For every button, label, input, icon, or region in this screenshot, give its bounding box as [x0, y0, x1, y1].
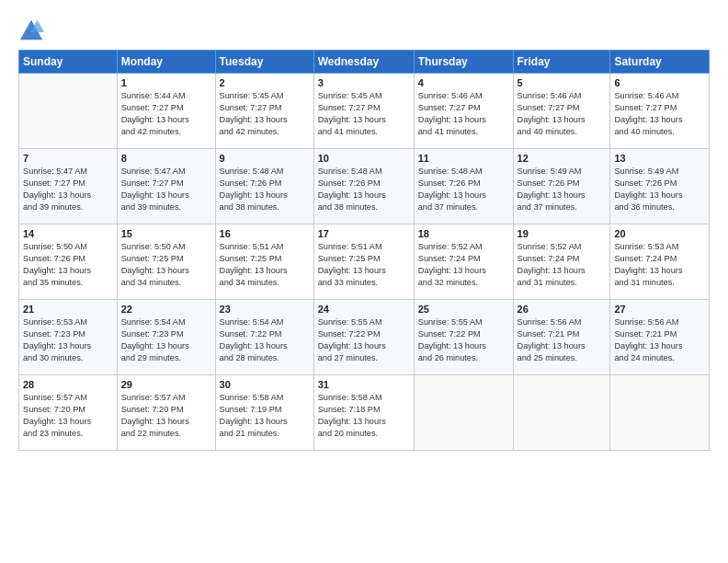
calendar-cell [19, 74, 118, 149]
day-info: Sunrise: 5:55 AM Sunset: 7:22 PM Dayligh… [318, 316, 410, 364]
day-info: Sunrise: 5:46 AM Sunset: 7:27 PM Dayligh… [614, 90, 705, 138]
day-number: 11 [418, 153, 509, 164]
day-info: Sunrise: 5:56 AM Sunset: 7:21 PM Dayligh… [518, 316, 607, 364]
day-number: 4 [418, 77, 509, 88]
day-number: 29 [121, 379, 211, 390]
day-info: Sunrise: 5:48 AM Sunset: 7:26 PM Dayligh… [418, 166, 509, 213]
calendar-cell: 26Sunrise: 5:56 AM Sunset: 7:21 PM Dayli… [513, 300, 610, 375]
day-number: 30 [220, 379, 310, 390]
day-number: 10 [318, 153, 410, 164]
day-number: 1 [121, 77, 211, 88]
weekday-header-thursday: Thursday [414, 51, 513, 74]
header-row [18, 15, 710, 44]
day-info: Sunrise: 5:47 AM Sunset: 7:27 PM Dayligh… [121, 166, 211, 213]
day-number: 28 [23, 379, 113, 390]
day-number: 2 [220, 77, 310, 88]
calendar-cell: 3Sunrise: 5:45 AM Sunset: 7:27 PM Daylig… [313, 74, 414, 149]
day-number: 9 [220, 153, 310, 164]
calendar-cell: 19Sunrise: 5:52 AM Sunset: 7:24 PM Dayli… [513, 224, 610, 300]
calendar-cell: 24Sunrise: 5:55 AM Sunset: 7:22 PM Dayli… [313, 300, 414, 375]
calendar-cell: 11Sunrise: 5:48 AM Sunset: 7:26 PM Dayli… [414, 149, 513, 224]
day-info: Sunrise: 5:50 AM Sunset: 7:26 PM Dayligh… [23, 241, 113, 289]
day-info: Sunrise: 5:47 AM Sunset: 7:27 PM Dayligh… [23, 166, 113, 213]
day-number: 16 [220, 228, 310, 239]
day-info: Sunrise: 5:46 AM Sunset: 7:27 PM Dayligh… [518, 90, 607, 138]
day-number: 3 [318, 77, 410, 88]
weekday-header-friday: Friday [513, 51, 610, 74]
calendar-cell: 14Sunrise: 5:50 AM Sunset: 7:26 PM Dayli… [19, 224, 118, 300]
calendar-cell [610, 375, 710, 451]
calendar-cell: 18Sunrise: 5:52 AM Sunset: 7:24 PM Dayli… [414, 224, 513, 300]
calendar-cell: 9Sunrise: 5:48 AM Sunset: 7:26 PM Daylig… [215, 149, 313, 224]
day-info: Sunrise: 5:48 AM Sunset: 7:26 PM Dayligh… [318, 166, 410, 213]
day-info: Sunrise: 5:56 AM Sunset: 7:21 PM Dayligh… [614, 316, 705, 364]
day-info: Sunrise: 5:53 AM Sunset: 7:24 PM Dayligh… [614, 241, 705, 289]
day-info: Sunrise: 5:45 AM Sunset: 7:27 PM Dayligh… [220, 90, 310, 138]
week-row-3: 14Sunrise: 5:50 AM Sunset: 7:26 PM Dayli… [19, 224, 710, 300]
calendar-cell: 29Sunrise: 5:57 AM Sunset: 7:20 PM Dayli… [117, 375, 215, 451]
day-info: Sunrise: 5:54 AM Sunset: 7:22 PM Dayligh… [220, 316, 310, 364]
calendar-cell: 6Sunrise: 5:46 AM Sunset: 7:27 PM Daylig… [610, 74, 710, 149]
day-info: Sunrise: 5:51 AM Sunset: 7:25 PM Dayligh… [220, 241, 310, 289]
calendar-cell: 20Sunrise: 5:53 AM Sunset: 7:24 PM Dayli… [610, 224, 710, 300]
day-number: 25 [418, 304, 509, 315]
calendar-cell: 12Sunrise: 5:49 AM Sunset: 7:26 PM Dayli… [513, 149, 610, 224]
calendar-cell: 13Sunrise: 5:49 AM Sunset: 7:26 PM Dayli… [610, 149, 710, 224]
calendar-cell: 2Sunrise: 5:45 AM Sunset: 7:27 PM Daylig… [215, 74, 313, 149]
calendar-container: SundayMondayTuesdayWednesdayThursdayFrid… [0, 0, 728, 460]
day-info: Sunrise: 5:49 AM Sunset: 7:26 PM Dayligh… [614, 166, 705, 213]
calendar-cell: 27Sunrise: 5:56 AM Sunset: 7:21 PM Dayli… [610, 300, 710, 375]
calendar-cell [414, 375, 513, 451]
day-info: Sunrise: 5:50 AM Sunset: 7:25 PM Dayligh… [121, 241, 211, 289]
day-info: Sunrise: 5:44 AM Sunset: 7:27 PM Dayligh… [121, 90, 211, 138]
weekday-header-row: SundayMondayTuesdayWednesdayThursdayFrid… [19, 51, 710, 74]
weekday-header-tuesday: Tuesday [215, 51, 313, 74]
day-number: 21 [23, 304, 113, 315]
weekday-header-monday: Monday [117, 51, 215, 74]
calendar-cell: 31Sunrise: 5:58 AM Sunset: 7:18 PM Dayli… [313, 375, 414, 451]
day-info: Sunrise: 5:53 AM Sunset: 7:23 PM Dayligh… [23, 316, 113, 364]
calendar-cell: 22Sunrise: 5:54 AM Sunset: 7:23 PM Dayli… [117, 300, 215, 375]
calendar-cell: 23Sunrise: 5:54 AM Sunset: 7:22 PM Dayli… [215, 300, 313, 375]
day-number: 27 [614, 304, 705, 315]
calendar-cell: 5Sunrise: 5:46 AM Sunset: 7:27 PM Daylig… [513, 74, 610, 149]
calendar-table: SundayMondayTuesdayWednesdayThursdayFrid… [18, 50, 710, 451]
day-number: 18 [418, 228, 509, 239]
day-number: 15 [121, 228, 211, 239]
day-info: Sunrise: 5:46 AM Sunset: 7:27 PM Dayligh… [418, 90, 509, 138]
day-number: 14 [23, 228, 113, 239]
day-info: Sunrise: 5:57 AM Sunset: 7:20 PM Dayligh… [121, 392, 211, 440]
day-number: 20 [614, 228, 705, 239]
day-number: 23 [220, 304, 310, 315]
day-number: 19 [518, 228, 607, 239]
calendar-cell: 17Sunrise: 5:51 AM Sunset: 7:25 PM Dayli… [313, 224, 414, 300]
day-number: 8 [121, 153, 211, 164]
day-number: 5 [518, 77, 607, 88]
day-info: Sunrise: 5:52 AM Sunset: 7:24 PM Dayligh… [418, 241, 509, 289]
calendar-cell: 30Sunrise: 5:58 AM Sunset: 7:19 PM Dayli… [215, 375, 313, 451]
day-info: Sunrise: 5:58 AM Sunset: 7:18 PM Dayligh… [318, 392, 410, 440]
day-number: 26 [518, 304, 607, 315]
day-info: Sunrise: 5:54 AM Sunset: 7:23 PM Dayligh… [121, 316, 211, 364]
calendar-cell: 10Sunrise: 5:48 AM Sunset: 7:26 PM Dayli… [313, 149, 414, 224]
day-info: Sunrise: 5:45 AM Sunset: 7:27 PM Dayligh… [318, 90, 410, 138]
weekday-header-wednesday: Wednesday [313, 51, 414, 74]
week-row-4: 21Sunrise: 5:53 AM Sunset: 7:23 PM Dayli… [19, 300, 710, 375]
day-number: 6 [614, 77, 705, 88]
week-row-2: 7Sunrise: 5:47 AM Sunset: 7:27 PM Daylig… [19, 149, 710, 224]
day-number: 12 [518, 153, 607, 164]
day-info: Sunrise: 5:57 AM Sunset: 7:20 PM Dayligh… [23, 392, 113, 440]
day-number: 24 [318, 304, 410, 315]
week-row-1: 1Sunrise: 5:44 AM Sunset: 7:27 PM Daylig… [19, 74, 710, 149]
weekday-header-saturday: Saturday [610, 51, 710, 74]
logo [18, 18, 46, 44]
day-info: Sunrise: 5:52 AM Sunset: 7:24 PM Dayligh… [518, 241, 607, 289]
day-info: Sunrise: 5:51 AM Sunset: 7:25 PM Dayligh… [318, 241, 410, 289]
weekday-header-sunday: Sunday [19, 51, 118, 74]
day-info: Sunrise: 5:58 AM Sunset: 7:19 PM Dayligh… [220, 392, 310, 440]
calendar-cell: 21Sunrise: 5:53 AM Sunset: 7:23 PM Dayli… [19, 300, 118, 375]
calendar-cell: 1Sunrise: 5:44 AM Sunset: 7:27 PM Daylig… [117, 74, 215, 149]
calendar-cell: 7Sunrise: 5:47 AM Sunset: 7:27 PM Daylig… [19, 149, 118, 224]
day-number: 31 [318, 379, 410, 390]
calendar-cell: 8Sunrise: 5:47 AM Sunset: 7:27 PM Daylig… [117, 149, 215, 224]
